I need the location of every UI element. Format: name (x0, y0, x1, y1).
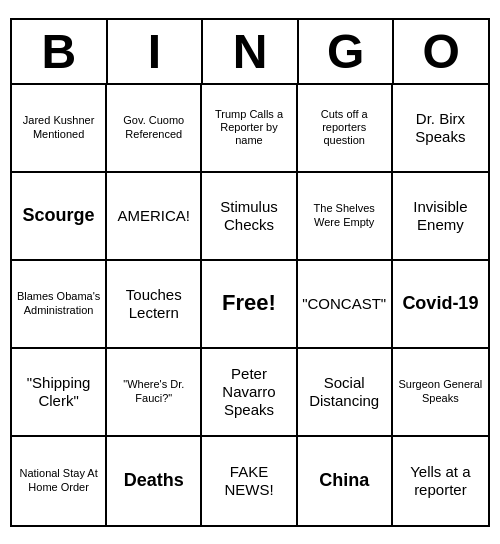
bingo-cell-2[interactable]: Trump Calls a Reporter by name (202, 85, 297, 173)
bingo-header: BINGO (12, 20, 488, 85)
bingo-cell-13[interactable]: "CONCAST" (298, 261, 393, 349)
bingo-cell-18[interactable]: Social Distancing (298, 349, 393, 437)
bingo-cell-11[interactable]: Touches Lectern (107, 261, 202, 349)
header-letter-i: I (108, 20, 204, 83)
bingo-cell-10[interactable]: Blames Obama's Administration (12, 261, 107, 349)
bingo-card: BINGO Jared Kushner MentionedGov. Cuomo … (10, 18, 490, 527)
bingo-cell-1[interactable]: Gov. Cuomo Referenced (107, 85, 202, 173)
bingo-cell-24[interactable]: Yells at a reporter (393, 437, 488, 525)
bingo-cell-7[interactable]: Stimulus Checks (202, 173, 297, 261)
bingo-cell-3[interactable]: Cuts off a reporters question (298, 85, 393, 173)
bingo-cell-4[interactable]: Dr. Birx Speaks (393, 85, 488, 173)
bingo-cell-5[interactable]: Scourge (12, 173, 107, 261)
bingo-cell-20[interactable]: National Stay At Home Order (12, 437, 107, 525)
bingo-cell-19[interactable]: Surgeon General Speaks (393, 349, 488, 437)
bingo-cell-8[interactable]: The Shelves Were Empty (298, 173, 393, 261)
bingo-cell-21[interactable]: Deaths (107, 437, 202, 525)
bingo-grid: Jared Kushner MentionedGov. Cuomo Refere… (12, 85, 488, 525)
bingo-cell-17[interactable]: Peter Navarro Speaks (202, 349, 297, 437)
header-letter-n: N (203, 20, 299, 83)
header-letter-o: O (394, 20, 488, 83)
bingo-cell-22[interactable]: FAKE NEWS! (202, 437, 297, 525)
bingo-cell-16[interactable]: "Where's Dr. Fauci?" (107, 349, 202, 437)
bingo-cell-12[interactable]: Free! (202, 261, 297, 349)
bingo-cell-15[interactable]: "Shipping Clerk" (12, 349, 107, 437)
bingo-cell-14[interactable]: Covid-19 (393, 261, 488, 349)
header-letter-b: B (12, 20, 108, 83)
bingo-cell-0[interactable]: Jared Kushner Mentioned (12, 85, 107, 173)
bingo-cell-9[interactable]: Invisible Enemy (393, 173, 488, 261)
bingo-cell-23[interactable]: China (298, 437, 393, 525)
bingo-cell-6[interactable]: AMERICA! (107, 173, 202, 261)
header-letter-g: G (299, 20, 395, 83)
